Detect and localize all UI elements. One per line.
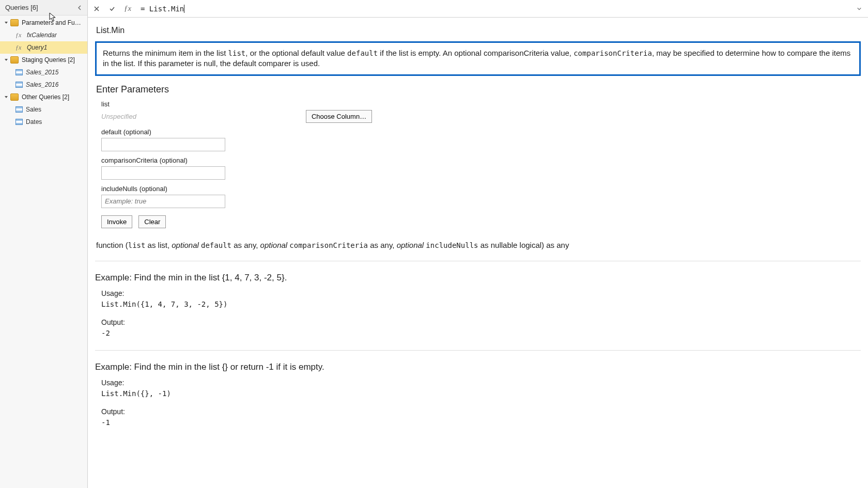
fx-icon[interactable]: ƒx: [122, 3, 133, 14]
tree-item-label: Sales_2015: [26, 69, 58, 76]
tree-item[interactable]: Sales: [0, 103, 87, 116]
tree-item-label: Dates: [26, 118, 42, 125]
tree-item-label: Sales: [26, 106, 41, 113]
tree-item[interactable]: Sales_2016: [0, 78, 87, 91]
formula-expand-button[interactable]: [854, 3, 865, 14]
example-1-title: Example: Find the min in the list {1, 4,…: [95, 273, 861, 283]
divider: [95, 350, 861, 351]
sig-optional: optional: [260, 241, 288, 249]
sig-code: list: [128, 241, 146, 249]
desc-code: list: [228, 49, 246, 57]
sidebar-header: Queries [6]: [0, 0, 87, 15]
example-output-label: Output:: [101, 406, 861, 417]
tree-group-label: Other Queries [2]: [22, 93, 69, 101]
formula-cancel-button[interactable]: [91, 3, 102, 14]
table-icon: [16, 69, 23, 75]
sig-text: as nullable logical) as any: [478, 241, 569, 249]
tree-item[interactable]: Dates: [0, 116, 87, 128]
desc-text: if the list is empty. An optional compar…: [378, 49, 574, 57]
example-usage-label: Usage:: [101, 288, 861, 299]
divider: [95, 261, 861, 261]
example-usage-code: List.Min({}, -1): [101, 388, 861, 399]
example-2-title: Example: Find the min in the list {} or …: [95, 362, 861, 372]
chevron-down-icon[interactable]: [3, 57, 9, 63]
main-area: ƒx = List.Min List.Min Returns the minim…: [88, 0, 868, 488]
sig-code: default: [201, 241, 231, 249]
desc-code: default: [347, 49, 378, 57]
tree-group[interactable]: Other Queries [2]: [0, 91, 87, 103]
example-output-label: Output:: [101, 317, 861, 328]
enter-parameters-heading: Enter Parameters: [96, 84, 861, 95]
desc-text: , or the optional default value: [245, 49, 347, 57]
fx-icon: ƒx: [16, 32, 25, 39]
clear-button[interactable]: Clear: [138, 215, 166, 228]
table-icon: [16, 119, 23, 125]
chevron-down-icon[interactable]: [3, 94, 9, 100]
table-icon: [16, 82, 23, 88]
formula-input-wrap[interactable]: = List.Min: [137, 3, 849, 15]
table-icon: [16, 106, 23, 113]
sig-optional: optional: [172, 241, 199, 249]
param-label: includeNulls (optional): [101, 185, 861, 193]
formula-input[interactable]: = List.Min: [137, 3, 184, 15]
sig-text: as list,: [145, 241, 172, 249]
example-usage-code: List.Min({1, 4, 7, 3, -2, 5}): [101, 299, 861, 310]
param-includenulls: includeNulls (optional): [101, 185, 861, 208]
param-label: default (optional): [101, 128, 861, 136]
example-output-code: -2: [101, 328, 861, 339]
sig-text: as any,: [231, 241, 260, 249]
sidebar-title: Queries [6]: [5, 4, 38, 11]
param-default: default (optional): [101, 128, 861, 151]
param-label: list: [101, 100, 861, 108]
example-usage-label: Usage:: [101, 377, 861, 388]
sig-optional: optional: [397, 241, 424, 249]
fx-icon: ƒx: [16, 44, 25, 52]
tree-item[interactable]: ƒxQuery1: [0, 41, 87, 54]
folder-icon: [10, 93, 19, 101]
function-description: Returns the minimum item in the list lis…: [95, 41, 861, 76]
sidebar-collapse-button[interactable]: [75, 3, 84, 12]
example-2-block: Usage: List.Min({}, -1) Output: -1: [101, 377, 861, 428]
param-label: comparisonCriteria (optional): [101, 156, 861, 164]
example-1-block: Usage: List.Min({1, 4, 7, 3, -2, 5}) Out…: [101, 288, 861, 339]
tree-group[interactable]: Staging Queries [2]: [0, 54, 87, 66]
tree-group-label: Parameters and Fu…: [22, 19, 81, 26]
function-doc: List.Min Returns the minimum item in the…: [88, 18, 868, 488]
chevron-down-icon[interactable]: [3, 20, 9, 26]
tree-item[interactable]: Sales_2015: [0, 66, 87, 78]
queries-sidebar: Queries [6] Parameters and Fu…ƒxfxCalend…: [0, 0, 88, 488]
formula-bar: ƒx = List.Min: [88, 0, 868, 18]
function-name: List.Min: [96, 26, 861, 35]
param-list-placeholder: Unspecified: [101, 113, 136, 120]
queries-tree: Parameters and Fu…ƒxfxCalendarƒxQuery1St…: [0, 15, 87, 129]
sig-code: comparisonCriteria: [289, 241, 368, 249]
tree-group[interactable]: Parameters and Fu…: [0, 17, 87, 29]
desc-code: comparisonCriteria: [574, 49, 652, 57]
sig-text: as any,: [368, 241, 397, 249]
folder-icon: [10, 56, 19, 64]
tree-item-label: Query1: [27, 44, 47, 51]
sig-text: function (: [96, 241, 128, 249]
parameters-block: list Unspecified Choose Column… default …: [101, 100, 861, 208]
tree-item[interactable]: ƒxfxCalendar: [0, 29, 87, 41]
param-comparison-input[interactable]: [101, 166, 225, 180]
folder-icon: [10, 19, 19, 26]
caret-icon: [184, 5, 184, 13]
param-list: list Unspecified Choose Column…: [101, 100, 861, 123]
param-includenulls-input[interactable]: [101, 195, 225, 208]
formula-commit-button[interactable]: [106, 3, 118, 14]
invoke-button[interactable]: Invoke: [101, 215, 132, 228]
tree-group-label: Staging Queries [2]: [22, 56, 75, 64]
param-comparison: comparisonCriteria (optional): [101, 156, 861, 180]
example-output-code: -1: [101, 417, 861, 428]
param-default-input[interactable]: [101, 138, 225, 151]
sig-code: includeNulls: [426, 241, 478, 249]
desc-text: Returns the minimum item in the list: [103, 49, 228, 57]
choose-column-button[interactable]: Choose Column…: [306, 110, 372, 123]
tree-item-label: fxCalendar: [27, 32, 57, 39]
param-buttons: Invoke Clear: [101, 215, 861, 228]
tree-item-label: Sales_2016: [26, 81, 58, 88]
function-signature: function (list as list, optional default…: [96, 241, 861, 249]
